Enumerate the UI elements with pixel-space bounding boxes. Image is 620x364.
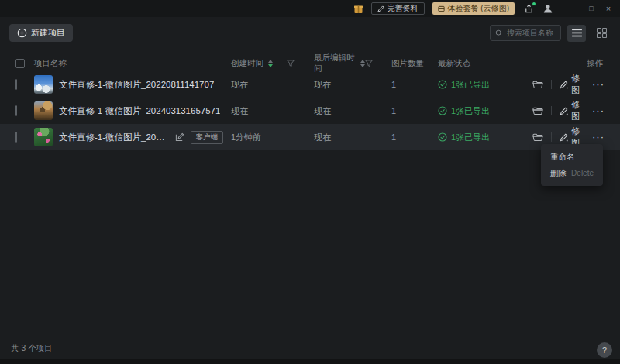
table-row[interactable]: 文件直修-1-微信图片_20220811141707 现在 现在 1 1张已导出… — [0, 71, 620, 98]
row-checkbox[interactable] — [16, 105, 17, 116]
retouch-button[interactable]: 修图 — [560, 73, 584, 96]
status-badge: 1张已导出 — [451, 79, 490, 91]
row-context-menu: 重命名 删除 Delete — [541, 144, 603, 186]
retouch-label: 修图 — [571, 99, 584, 122]
plus-circle-icon — [17, 28, 27, 38]
membership-card-icon — [438, 5, 445, 12]
grid-view-toggle[interactable] — [592, 25, 611, 42]
close-button[interactable]: × — [600, 0, 617, 17]
select-all-checkbox[interactable] — [16, 59, 25, 68]
rename-pencil-icon[interactable] — [175, 132, 184, 142]
window-controls: − □ × — [566, 0, 617, 17]
project-thumbnail — [34, 101, 53, 120]
image-count: 1 — [391, 106, 438, 115]
divider — [551, 106, 552, 115]
created-time: 现在 — [231, 79, 287, 91]
search-input[interactable] — [507, 29, 556, 37]
row-checkbox[interactable] — [16, 132, 17, 143]
row-checkbox[interactable] — [16, 79, 17, 90]
project-name: 文件直修-1-微信图片_202403131657571 — [59, 105, 220, 117]
list-view-toggle[interactable] — [567, 25, 586, 42]
image-count: 1 — [391, 80, 438, 89]
status-badge: 1张已导出 — [451, 105, 490, 117]
minimize-button[interactable]: − — [566, 0, 583, 17]
last-edited-time: 现在 — [314, 79, 365, 91]
last-edited-time: 现在 — [314, 105, 365, 117]
header-project-name: 项目名称 — [34, 58, 231, 69]
retouch-pen-icon — [560, 133, 568, 142]
check-circle-icon — [438, 106, 447, 115]
complete-profile-button[interactable]: 完善资料 — [371, 2, 425, 15]
more-actions-button[interactable]: ··· — [592, 107, 604, 115]
experience-package-label: 体验套餐 (云修图) — [448, 3, 509, 14]
new-project-button[interactable]: 新建项目 — [9, 24, 73, 42]
experience-package-button[interactable]: 体验套餐 (云修图) — [432, 2, 515, 15]
menu-item-delete[interactable]: 删除 Delete — [541, 165, 603, 181]
share-export-icon[interactable] — [522, 2, 535, 15]
more-actions-button[interactable]: ··· — [592, 81, 604, 88]
header-last-edited[interactable]: 最后编辑时间 — [314, 53, 365, 74]
new-project-label: 新建项目 — [31, 27, 65, 39]
status-badge: 1张已导出 — [451, 132, 490, 143]
header-image-count: 图片数量 — [391, 58, 438, 69]
project-thumbnail — [34, 75, 53, 94]
delete-shortcut: Delete — [571, 169, 594, 177]
retouch-label: 修图 — [571, 73, 584, 96]
sort-created-icon[interactable] — [268, 60, 273, 67]
check-circle-icon — [438, 80, 447, 89]
rename-label: 重命名 — [550, 152, 575, 163]
open-folder-icon[interactable] — [532, 106, 543, 115]
filter-created-icon[interactable] — [287, 60, 314, 67]
bottom-edge — [0, 359, 620, 364]
pencil-icon — [377, 5, 384, 12]
retouch-pen-icon — [560, 81, 568, 89]
notification-dot — [532, 2, 536, 6]
app-window: 完善资料 体验套餐 (云修图) − □ × 新建项目 — [0, 0, 620, 364]
header-created-time[interactable]: 创建时间 — [231, 58, 287, 69]
retouch-button[interactable]: 修图 — [560, 99, 584, 122]
created-time: 现在 — [231, 105, 287, 117]
open-folder-icon[interactable] — [532, 80, 543, 89]
project-count-label: 共 3 个项目 — [11, 343, 53, 354]
gift-icon[interactable] — [353, 4, 363, 14]
header-actions: 操作 — [532, 58, 620, 69]
table-row[interactable]: 文件直修-1-微信图片_20220707170443 客户端 1分钟前 现在 1… — [0, 124, 620, 150]
project-name: 文件直修-1-微信图片_20220811141707 — [59, 79, 214, 91]
image-count: 1 — [391, 132, 438, 142]
more-actions-button[interactable]: ··· — [592, 133, 604, 141]
titlebar: 完善资料 体验套餐 (云修图) − □ × — [0, 0, 620, 17]
help-button[interactable]: ? — [597, 342, 612, 358]
user-avatar-icon[interactable] — [542, 3, 553, 14]
divider — [551, 132, 552, 142]
maximize-button[interactable]: □ — [583, 0, 600, 17]
filter-last-edited-icon[interactable] — [365, 60, 391, 67]
retouch-pen-icon — [560, 107, 568, 115]
created-time: 1分钟前 — [231, 132, 287, 143]
last-edited-time: 现在 — [314, 132, 365, 143]
delete-label: 删除 — [550, 168, 567, 179]
menu-item-rename[interactable]: 重命名 — [541, 149, 603, 165]
toolbar: 新建项目 — [0, 17, 620, 48]
divider — [551, 80, 552, 89]
header-status: 最新状态 — [438, 58, 532, 69]
check-circle-icon — [438, 132, 447, 142]
project-name: 文件直修-1-微信图片_20220707170443 — [59, 132, 169, 143]
table-header: 项目名称 创建时间 最后编辑时间 图片数量 最新状态 操作 — [0, 53, 620, 71]
header-last-edited-label: 最后编辑时间 — [314, 53, 356, 74]
header-created-label: 创建时间 — [231, 58, 264, 69]
toolbar-right — [490, 25, 611, 42]
project-thumbnail — [34, 128, 53, 146]
search-box — [490, 25, 561, 41]
open-folder-icon[interactable] — [532, 132, 543, 142]
search-icon — [495, 29, 503, 37]
complete-profile-label: 完善资料 — [388, 3, 418, 14]
table-row[interactable]: 文件直修-1-微信图片_202403131657571 现在 现在 1 1张已导… — [0, 98, 620, 124]
source-badge: 客户端 — [191, 131, 224, 144]
